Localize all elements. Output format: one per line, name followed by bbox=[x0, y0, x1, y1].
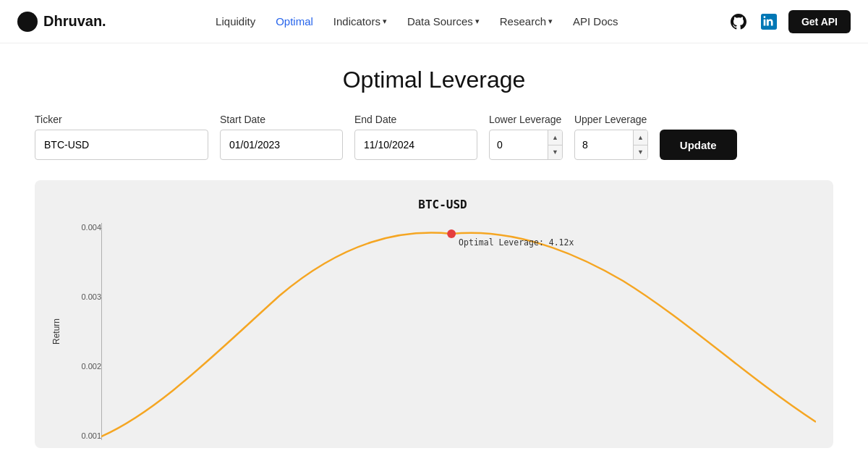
research-chevron-icon: ▾ bbox=[548, 17, 553, 26]
svg-point-2 bbox=[447, 229, 456, 238]
start-date-input[interactable] bbox=[220, 130, 343, 160]
main-content: Optimal Leverage Ticker Start Date End D… bbox=[0, 43, 868, 456]
nav-item-research[interactable]: Research ▾ bbox=[500, 15, 553, 28]
nav-item-data-sources[interactable]: Data Sources ▾ bbox=[407, 15, 480, 28]
get-api-button[interactable]: Get API bbox=[788, 10, 851, 33]
y-tick-3: 0.003 bbox=[69, 292, 101, 301]
ticker-label: Ticker bbox=[35, 114, 208, 125]
nav-item-optimal[interactable]: Optimal bbox=[276, 15, 313, 28]
indicators-chevron-icon: ▾ bbox=[383, 17, 387, 26]
start-date-group: Start Date bbox=[220, 114, 343, 160]
upper-leverage-up[interactable]: ▲ bbox=[634, 130, 647, 145]
ticker-input[interactable] bbox=[35, 130, 208, 160]
chart-container: BTC-USD Return 0.004 0.003 0.002 0.001 bbox=[35, 180, 833, 448]
y-ticks: 0.004 0.003 0.002 0.001 bbox=[69, 223, 101, 440]
chart-title: BTC-USD bbox=[69, 198, 816, 211]
nav-item-liquidity[interactable]: Liquidity bbox=[216, 15, 255, 28]
logo[interactable]: Dhruvan. bbox=[17, 12, 106, 32]
end-date-label: End Date bbox=[354, 114, 477, 125]
lower-leverage-wrapper: ▲ ▼ bbox=[489, 130, 563, 160]
nav-links: Liquidity Optimal Indicators ▾ Data Sour… bbox=[216, 15, 618, 28]
upper-leverage-group: Upper Leverage ▲ ▼ bbox=[574, 114, 648, 160]
upper-leverage-label: Upper Leverage bbox=[574, 114, 648, 125]
page-title: Optimal Leverage bbox=[35, 67, 833, 93]
nav-item-indicators[interactable]: Indicators ▾ bbox=[333, 15, 387, 28]
y-tick-4: 0.004 bbox=[69, 223, 101, 232]
data-sources-chevron-icon: ▾ bbox=[475, 17, 480, 26]
nav-right: Get API bbox=[728, 10, 851, 33]
controls-bar: Ticker Start Date End Date Lower Leverag… bbox=[35, 114, 833, 160]
lower-leverage-up[interactable]: ▲ bbox=[548, 130, 562, 145]
linkedin-icon[interactable] bbox=[758, 11, 780, 33]
lower-leverage-input[interactable] bbox=[490, 133, 548, 156]
ticker-group: Ticker bbox=[35, 114, 208, 160]
upper-leverage-wrapper: ▲ ▼ bbox=[574, 130, 648, 160]
navbar: Dhruvan. Liquidity Optimal Indicators ▾ … bbox=[0, 0, 868, 43]
svg-rect-0 bbox=[761, 14, 777, 30]
start-date-label: Start Date bbox=[220, 114, 343, 125]
chart-inner: Return 0.004 0.003 0.002 0.001 bbox=[69, 223, 816, 440]
github-icon[interactable] bbox=[728, 11, 749, 33]
end-date-input[interactable] bbox=[354, 130, 477, 160]
lower-leverage-down[interactable]: ▼ bbox=[548, 145, 562, 160]
logo-dot bbox=[17, 12, 38, 32]
chart-svg bbox=[101, 223, 816, 440]
y-tick-1: 0.001 bbox=[69, 431, 101, 440]
upper-leverage-down[interactable]: ▼ bbox=[634, 145, 647, 160]
chart-svg-wrapper: Optimal Leverage: 4.12x bbox=[101, 223, 816, 440]
update-button[interactable]: Update bbox=[660, 130, 737, 160]
lower-leverage-group: Lower Leverage ▲ ▼ bbox=[489, 114, 563, 160]
nav-item-api-docs[interactable]: API Docs bbox=[573, 15, 618, 28]
lower-leverage-spinners: ▲ ▼ bbox=[548, 130, 562, 159]
y-tick-2: 0.002 bbox=[69, 362, 101, 371]
y-axis-label: Return bbox=[51, 318, 61, 345]
upper-leverage-spinners: ▲ ▼ bbox=[633, 130, 647, 159]
upper-leverage-input[interactable] bbox=[575, 133, 633, 156]
end-date-group: End Date bbox=[354, 114, 477, 160]
lower-leverage-label: Lower Leverage bbox=[489, 114, 563, 125]
logo-text: Dhruvan. bbox=[43, 13, 106, 30]
